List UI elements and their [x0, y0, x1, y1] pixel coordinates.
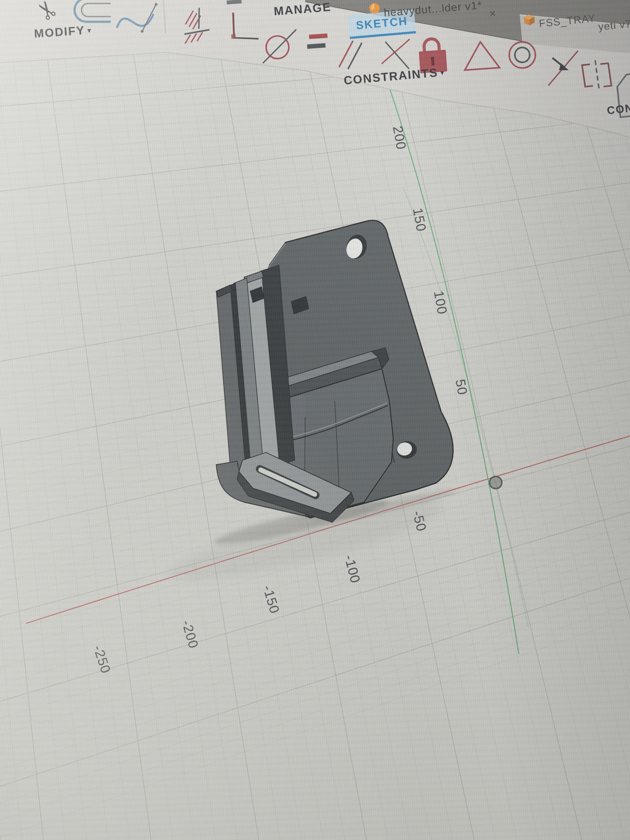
origin-point[interactable]	[490, 476, 502, 489]
fusion-cube-icon	[522, 13, 537, 28]
constraints-dropdown-arrow: ▾	[440, 68, 445, 76]
equal-icon[interactable]	[304, 30, 334, 55]
triangle-polygon-icon[interactable]	[460, 37, 504, 76]
collinear-hatch-icon[interactable]	[177, 5, 221, 51]
close-glyph: ×	[489, 7, 497, 20]
tangent-icon[interactable]	[257, 22, 305, 67]
axis-label-neg100: -100	[341, 553, 363, 585]
modify-dropdown-arrow: ▾	[87, 26, 92, 34]
axis-label-100: 100	[431, 289, 450, 316]
axis-label-50: 50	[453, 378, 470, 396]
screen-photo: { "tab_bar": { "doc_tabs": [ { "icon": "…	[0, 0, 630, 840]
ribbon-toolbar: ✂ MODIFY▾ MANAGE	[0, 0, 630, 148]
doc-tab-1-close-icon[interactable]: ×	[489, 7, 497, 20]
axis-label-neg250: -250	[90, 643, 114, 676]
fusion-logo-icon	[368, 1, 382, 16]
panel-partial-label: CON	[606, 102, 630, 116]
perpendicular-icon[interactable]	[215, 7, 262, 58]
axis-label-neg200: -200	[179, 619, 201, 650]
parallel-icon[interactable]	[331, 36, 370, 75]
3d-model-bracket[interactable]	[216, 221, 453, 522]
panel-partial-text: CON	[606, 102, 630, 117]
concentric-icon[interactable]	[501, 34, 545, 77]
spline-icon[interactable]	[114, 3, 167, 40]
